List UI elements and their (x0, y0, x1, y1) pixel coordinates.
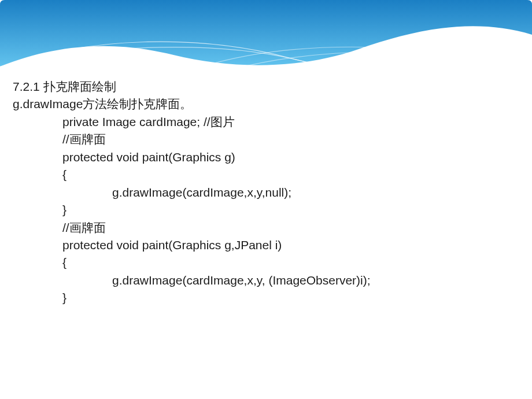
code-line: //画牌面 (13, 131, 519, 148)
method-description: g.drawImage方法绘制扑克牌面。 (13, 95, 519, 113)
code-line: } (13, 289, 519, 306)
code-line: private Image cardImage; //图片 (13, 113, 519, 131)
code-line: { (13, 254, 519, 271)
code-line: { (13, 166, 519, 183)
code-line: //画牌面 (13, 219, 519, 237)
code-line: g.drawImage(cardImage,x,y, (ImageObserve… (13, 272, 519, 289)
section-heading: 7.2.1 扑克牌面绘制 (13, 78, 519, 95)
code-line: } (13, 201, 519, 219)
code-line: protected void paint(Graphics g) (13, 149, 519, 166)
slide-banner (0, 0, 532, 81)
code-line: g.drawImage(cardImage,x,y,null); (13, 184, 519, 201)
slide-content: 7.2.1 扑克牌面绘制 g.drawImage方法绘制扑克牌面。 privat… (13, 78, 519, 307)
code-line: protected void paint(Graphics g,JPanel i… (13, 237, 519, 254)
